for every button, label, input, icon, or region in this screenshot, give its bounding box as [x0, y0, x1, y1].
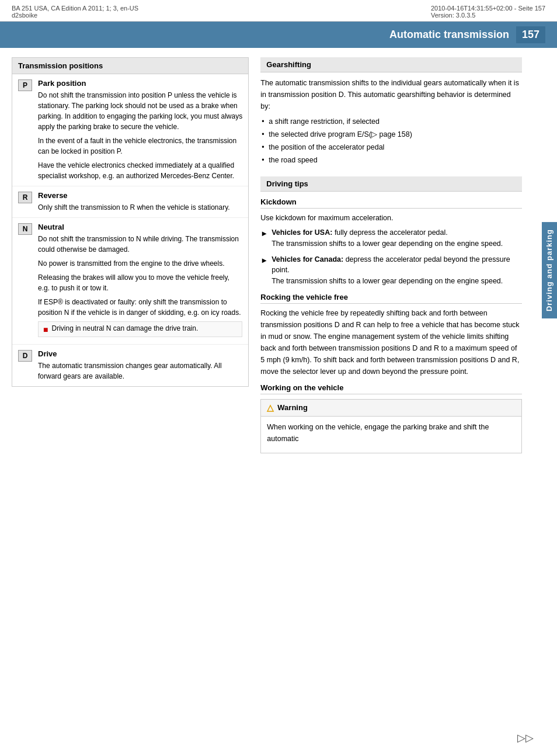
position-n-para3: Releasing the brakes will allow you to m…: [38, 272, 242, 293]
position-n-title: Neutral: [38, 223, 242, 231]
kickdown-usa-label: Vehicles for USA:: [271, 228, 332, 237]
header-left: BA 251 USA, CA Edition A 2011; 1; 3, en-…: [12, 5, 138, 19]
position-n-para1: Do not shift the transmission to N while…: [38, 234, 242, 255]
rocking-text: Rocking the vehicle free by repeatedly s…: [260, 307, 522, 377]
position-d-title: Drive: [38, 349, 242, 358]
triangle-warning-icon: △: [267, 403, 274, 413]
right-column: Gearshifting The automatic transmission …: [260, 57, 539, 464]
side-tab: Driving and parking: [542, 222, 557, 318]
transmission-positions-box: Transmission positions P Park position D…: [12, 57, 249, 387]
table-row: R Reverse Only shift the transmission to…: [12, 186, 248, 218]
position-p-content: Park position Do not shift the transmiss…: [38, 79, 242, 181]
header-right: 2010-04-16T14:31:55+02:00 - Seite 157 Ve…: [431, 5, 545, 19]
header-right-line2: Version: 3.0.3.5: [431, 12, 545, 19]
table-row: N Neutral Do not shift the transmission …: [12, 218, 248, 345]
driving-tips-title: Driving tips: [260, 176, 522, 192]
position-p-title: Park position: [38, 79, 242, 88]
position-p-para3: Have the vehicle electronics checked imm…: [38, 160, 242, 181]
kickdown-usa-text: Vehicles for USA: fully depress the acce…: [271, 227, 503, 249]
neutral-warning: ■ Driving in neutral N can damage the dr…: [38, 321, 242, 337]
kickdown-canada-text: Vehicles for Canada: depress the acceler…: [271, 254, 522, 287]
header-left-line1: BA 251 USA, CA Edition A 2011; 1; 3, en-…: [12, 5, 138, 12]
gearshifting-title: Gearshifting: [260, 57, 522, 72]
page-number: 157: [516, 26, 545, 43]
position-p-para2: In the event of a fault in the vehicle e…: [38, 136, 242, 157]
list-item: ► Vehicles for Canada: depress the accel…: [260, 254, 522, 287]
position-r-para1: Only shift the transmission to R when th…: [38, 202, 242, 213]
page-title: Automatic transmission: [389, 29, 509, 41]
position-badge-r: R: [18, 192, 32, 203]
position-r-content: Reverse Only shift the transmission to R…: [38, 191, 242, 213]
kickdown-canada-label: Vehicles for Canada:: [271, 255, 343, 263]
header-right-line1: 2010-04-16T14:31:55+02:00 - Seite 157: [431, 5, 545, 12]
list-item: the position of the accelerator pedal: [260, 141, 522, 153]
next-page-icon: ▷▷: [517, 732, 534, 744]
gearshifting-intro: The automatic transmission shifts to the…: [260, 77, 522, 112]
table-row: P Park position Do not shift the transmi…: [12, 74, 248, 186]
header-left-line2: d2sboike: [12, 12, 138, 19]
position-n-para4: If ESP® is deactivated or faulty: only s…: [38, 297, 242, 318]
list-item: ► Vehicles for USA: fully depress the ac…: [260, 227, 522, 249]
kickdown-title: Kickdown: [260, 197, 522, 209]
position-d-content: Drive The automatic transmission changes…: [38, 349, 242, 382]
driving-tips-section: Driving tips Kickdown Use kickdown for m…: [260, 176, 522, 453]
warning-text: When working on the vehicle, engage the …: [267, 421, 516, 445]
kickdown-intro: Use kickdown for maximum acceleration.: [260, 212, 522, 224]
arrow-right-icon: ►: [260, 228, 268, 240]
page-header: BA 251 USA, CA Edition A 2011; 1; 3, en-…: [0, 0, 557, 22]
position-badge-n: N: [18, 223, 32, 235]
main-content: Transmission positions P Park position D…: [0, 48, 557, 473]
title-bar: Automatic transmission 157: [0, 22, 557, 48]
list-item: the selected drive program E/S(▷ page 15…: [260, 129, 522, 140]
transmission-section-title: Transmission positions: [12, 58, 248, 74]
list-item: the road speed: [260, 154, 522, 166]
warning-body: When working on the vehicle, engage the …: [261, 417, 521, 453]
position-r-title: Reverse: [38, 191, 242, 200]
arrow-right-icon: ►: [260, 255, 268, 266]
table-row: D Drive The automatic transmission chang…: [12, 345, 248, 386]
list-item: a shift range restriction, if selected: [260, 116, 522, 127]
rocking-title: Rocking the vehicle free: [260, 293, 522, 304]
left-column: Transmission positions P Park position D…: [12, 57, 249, 464]
position-d-para1: The automatic transmission changes gear …: [38, 360, 242, 382]
position-p-para1: Do not shift the transmission into posit…: [38, 90, 242, 132]
position-n-para2: No power is transmitted from the engine …: [38, 258, 242, 269]
position-n-content: Neutral Do not shift the transmission to…: [38, 223, 242, 339]
position-badge-d: D: [18, 350, 32, 362]
gearshifting-section: Gearshifting The automatic transmission …: [260, 57, 522, 166]
gearshifting-bullets: a shift range restriction, if selected t…: [260, 116, 522, 166]
warning-label: Warning: [277, 403, 308, 412]
working-title: Working on the vehicle: [260, 383, 522, 394]
page-footer-nav: ▷▷: [517, 731, 534, 744]
warning-box: △ Warning When working on the vehicle, e…: [260, 399, 522, 453]
position-badge-p: P: [18, 79, 32, 91]
warning-icon: ■: [43, 325, 48, 334]
warning-header: △ Warning: [261, 400, 521, 417]
neutral-warning-text: Driving in neutral N can damage the driv…: [51, 324, 198, 332]
